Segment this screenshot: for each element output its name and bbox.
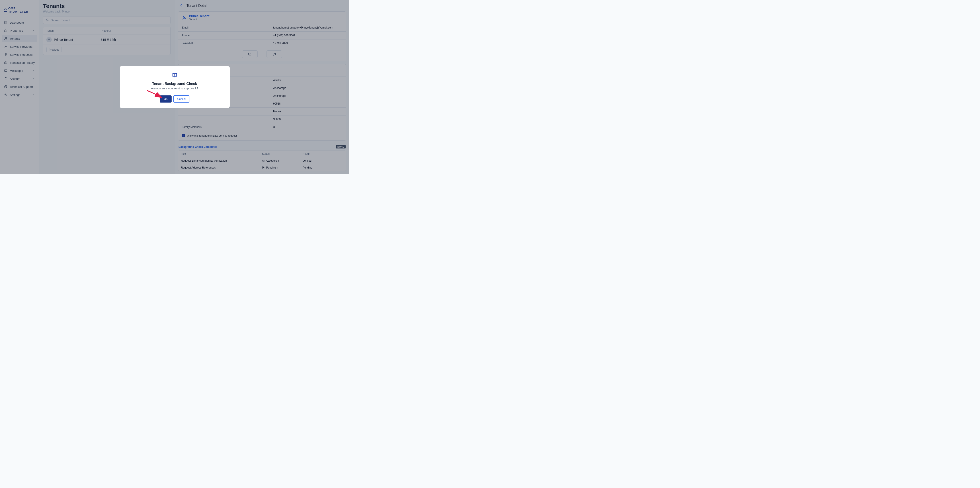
modal-overlay: Tenant Background Check Are you sure you…: [0, 0, 349, 174]
modal-subtitle: Are you sure you want to approve it?: [125, 87, 224, 90]
cancel-button[interactable]: Cancel: [173, 96, 189, 102]
alert-icon: [125, 72, 224, 78]
modal: Tenant Background Check Are you sure you…: [120, 66, 230, 108]
modal-title: Tenant Background Check: [125, 82, 224, 86]
ok-button[interactable]: OK: [160, 96, 172, 102]
